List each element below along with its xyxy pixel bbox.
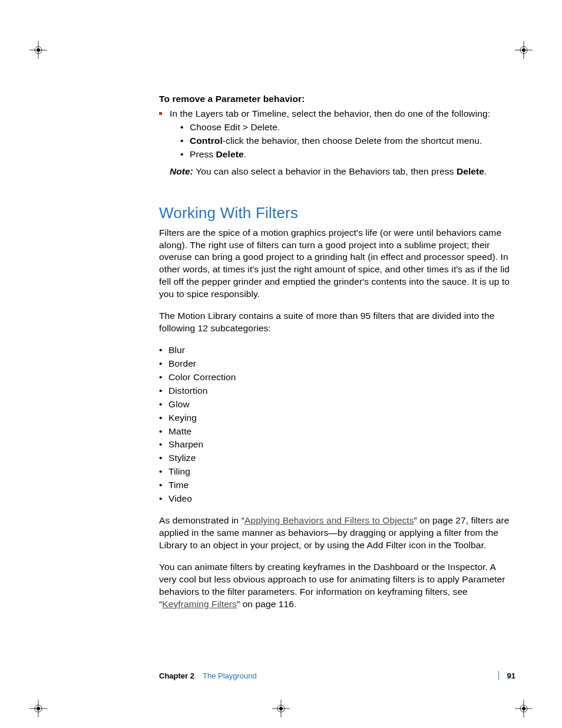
category-item: Distortion [159, 385, 513, 397]
key-name: Control [190, 136, 223, 146]
registration-mark-icon [29, 41, 47, 59]
category-item: Blur [159, 344, 513, 357]
chapter-label: Chapter 2 [159, 671, 194, 680]
cross-reference-link[interactable]: Applying Behaviors and Filters to Object… [244, 515, 414, 525]
svg-point-2 [35, 47, 42, 54]
svg-point-6 [520, 47, 527, 54]
svg-point-3 [37, 48, 40, 52]
category-item: Time [159, 479, 513, 492]
registration-mark-icon [29, 700, 47, 717]
category-item: Stylize [159, 452, 513, 465]
category-item: Color Correction [159, 371, 513, 384]
category-list: BlurBorderColor CorrectionDistortionGlow… [159, 344, 513, 505]
key-name: Delete [457, 166, 484, 176]
para-text: As demonstrated in “ [159, 515, 244, 525]
registration-mark-icon [515, 41, 533, 59]
category-item: Keying [159, 412, 513, 424]
svg-point-10 [35, 705, 42, 712]
svg-point-15 [279, 707, 283, 710]
footer-separator [498, 671, 499, 680]
body-paragraph: Filters are the spice of a motion graphi… [159, 227, 513, 301]
page-content: To remove a Parameter behavior: In the L… [159, 93, 513, 620]
sub-step-text: -click the behavior, then choose Delete … [223, 136, 482, 146]
body-paragraph: As demonstrated in “Applying Behaviors a… [159, 515, 513, 552]
chapter-title: The Playground [203, 671, 257, 680]
sub-step: Choose Edit > Delete. [180, 121, 513, 134]
note-text: . [484, 166, 487, 176]
category-item: Sharpen [159, 439, 513, 451]
note-text: You can also select a behavior in the Be… [193, 166, 457, 176]
page-number: 91 [507, 671, 515, 680]
svg-point-14 [277, 705, 285, 712]
svg-point-19 [522, 707, 525, 710]
category-item: Matte [159, 426, 513, 438]
category-item: Tiling [159, 466, 513, 478]
step-text: In the Layers tab or Timeline, select th… [170, 108, 490, 118]
cross-reference-link[interactable]: Keyframing Filters [162, 599, 237, 609]
section-heading: Working With Filters [159, 203, 513, 223]
category-item: Glow [159, 398, 513, 411]
sub-step-list: Choose Edit > Delete. Control-click the … [180, 121, 513, 161]
sub-step: Control-click the behavior, then choose … [180, 135, 513, 147]
procedure-step: In the Layers tab or Timeline, select th… [159, 108, 513, 178]
note-label: Note: [170, 166, 193, 176]
registration-mark-icon [515, 700, 533, 717]
body-paragraph: You can animate filters by creating keyf… [159, 561, 513, 611]
procedure-heading: To remove a Parameter behavior: [159, 93, 513, 106]
key-name: Delete [216, 149, 244, 159]
page-footer: Chapter 2 The Playground 91 [159, 671, 515, 680]
sub-step-text: . [244, 149, 246, 159]
sub-step-text: Press [190, 149, 216, 159]
category-item: Video [159, 493, 513, 505]
svg-point-18 [520, 705, 527, 712]
para-text: ” on page 116. [237, 599, 296, 609]
svg-point-7 [522, 48, 525, 52]
body-paragraph: The Motion Library contains a suite of m… [159, 310, 513, 335]
registration-mark-icon [272, 700, 290, 717]
note: Note: You can also select a behavior in … [170, 166, 513, 178]
svg-point-11 [37, 707, 40, 710]
sub-step: Press Delete. [180, 149, 513, 161]
category-item: Border [159, 358, 513, 370]
